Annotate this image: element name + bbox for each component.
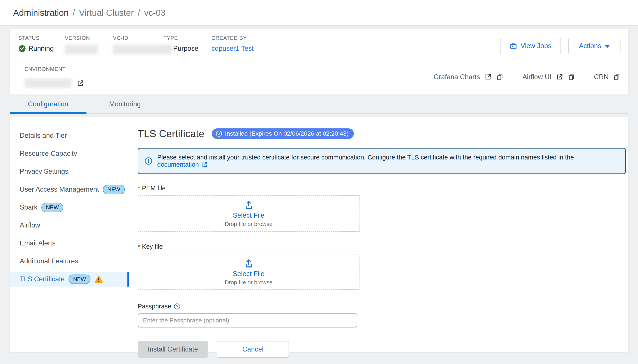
summary-card: STATUS Running VERSION VC-ID TYPE All-Pu… (10, 29, 628, 94)
sidebar-item-label: User Access Management (20, 186, 99, 194)
warning-icon (94, 275, 103, 283)
environment-external-link-icon[interactable] (76, 80, 84, 87)
pem-select-file-link[interactable]: Select File (233, 212, 264, 220)
key-drop-hint: Drop file or browse (225, 279, 272, 286)
sidebar-item-resource-capacity[interactable]: Resource Capacity (10, 146, 129, 161)
installed-badge-text: Installed (Expires On 02/06/2026 at 02:2… (225, 130, 349, 137)
environment-label: ENVIRONMENT (25, 66, 84, 72)
actions-label: Actions (579, 42, 601, 50)
install-certificate-button[interactable]: Install Certificate (138, 341, 208, 358)
documentation-link[interactable]: documentation (157, 161, 208, 168)
upload-icon (243, 200, 254, 210)
environment-value-redacted (25, 79, 72, 88)
passphrase-input[interactable] (138, 314, 357, 328)
breadcrumb: Administration / Virtual Cluster / vc-03 (13, 8, 166, 18)
settings-sidebar: Details and Tier Resource Capacity Priva… (10, 117, 129, 352)
airflow-copy-icon[interactable] (568, 73, 575, 81)
key-file-label: * Key file (138, 243, 628, 250)
info-banner-text: Please select and install your trusted c… (157, 154, 574, 161)
documentation-external-link-icon (201, 162, 208, 168)
pem-file-label: * PEM file (138, 184, 628, 192)
info-banner: Please select and install your trusted c… (138, 148, 626, 174)
info-icon (145, 157, 152, 165)
documentation-link-label: documentation (157, 161, 199, 168)
sidebar-item-details-and-tier[interactable]: Details and Tier (10, 128, 129, 143)
vc-id-value-redacted (113, 44, 172, 54)
sidebar-item-airflow[interactable]: Airflow (10, 218, 129, 233)
tab-bar: Configuration Monitoring (10, 94, 628, 114)
jobs-briefcase-icon (510, 42, 517, 50)
sidebar-item-label: TLS Certificate (20, 275, 65, 283)
actions-button[interactable]: Actions (568, 38, 620, 54)
breadcrumb-separator: / (138, 8, 140, 18)
grafana-external-link-icon[interactable] (484, 73, 492, 81)
sidebar-item-label: Airflow (20, 222, 40, 229)
created-by-label: CREATED BY (211, 35, 253, 41)
sidebar-item-tls-certificate[interactable]: TLS Certificate NEW (10, 272, 129, 286)
crn-copy-icon[interactable] (613, 73, 620, 81)
sidebar-item-user-access-management[interactable]: User Access Management NEW (10, 182, 129, 197)
tab-configuration[interactable]: Configuration (10, 94, 87, 114)
view-jobs-label: View Jobs (521, 42, 551, 50)
grafana-charts-link: Grafana Charts (434, 73, 504, 81)
tls-certificate-section: TLS Certificate Installed (Expires On 02… (129, 117, 628, 352)
airflow-ui-link: Airflow UI (522, 73, 575, 81)
status-value: Running (19, 44, 65, 52)
breadcrumb-administration[interactable]: Administration (13, 8, 69, 18)
version-label: VERSION (65, 35, 113, 41)
tab-monitoring[interactable]: Monitoring (87, 94, 163, 114)
grafana-charts-label[interactable]: Grafana Charts (434, 73, 480, 81)
breadcrumb-separator: / (73, 8, 75, 18)
sidebar-item-privacy-settings[interactable]: Privacy Settings (10, 164, 129, 179)
environment-row: ENVIRONMENT Grafana Charts Airflow UI (10, 60, 628, 94)
status-text: Running (29, 44, 54, 52)
installed-status-badge: Installed (Expires On 02/06/2026 at 02:2… (212, 128, 354, 139)
sidebar-item-label: Email Alerts (20, 239, 56, 247)
airflow-external-link-icon[interactable] (556, 73, 563, 81)
configuration-panel: Details and Tier Resource Capacity Priva… (10, 117, 628, 352)
type-label: TYPE (163, 35, 211, 41)
breadcrumb-current-vc: vc-03 (144, 8, 166, 18)
page-header: Administration / Virtual Cluster / vc-03 (0, 0, 638, 26)
section-title: TLS Certificate (138, 128, 204, 140)
summary-status-row: STATUS Running VERSION VC-ID TYPE All-Pu… (10, 29, 628, 60)
sidebar-item-label: Spark (20, 204, 38, 211)
airflow-ui-label[interactable]: Airflow UI (522, 73, 551, 81)
sidebar-item-additional-features[interactable]: Additional Features (10, 254, 129, 268)
view-jobs-button[interactable]: View Jobs (500, 38, 561, 54)
sidebar-item-email-alerts[interactable]: Email Alerts (10, 236, 129, 251)
sidebar-item-spark[interactable]: Spark NEW (10, 200, 129, 215)
vc-id-label: VC-ID (113, 35, 163, 41)
key-select-file-link[interactable]: Select File (233, 270, 264, 278)
key-file-dropzone[interactable]: Select File Drop file or browse (138, 254, 360, 290)
pem-file-dropzone[interactable]: Select File Drop file or browse (138, 195, 360, 232)
sidebar-item-label: Privacy Settings (20, 168, 68, 176)
sidebar-item-label: Resource Capacity (20, 150, 77, 158)
new-badge: NEW (69, 274, 90, 284)
check-circle-icon (216, 130, 222, 137)
created-by-user-link[interactable]: cdpuser1 Test (211, 44, 253, 52)
crn-label: CRN (594, 73, 609, 81)
upload-icon (243, 258, 254, 268)
grafana-copy-icon[interactable] (496, 73, 504, 81)
help-icon[interactable] (174, 303, 180, 310)
breadcrumb-virtual-cluster[interactable]: Virtual Cluster (79, 8, 134, 18)
new-badge: NEW (41, 203, 63, 212)
chevron-down-icon (605, 45, 610, 48)
sidebar-item-label: Additional Features (20, 257, 78, 265)
crn-link: CRN (594, 73, 620, 81)
new-badge: NEW (103, 185, 125, 194)
status-label: STATUS (19, 35, 65, 41)
pem-drop-hint: Drop file or browse (225, 221, 272, 228)
sidebar-item-label: Details and Tier (20, 132, 67, 140)
version-value-redacted (65, 44, 98, 54)
status-running-icon (19, 45, 26, 52)
cancel-button[interactable]: Cancel (217, 341, 289, 358)
passphrase-label: Passphrase (138, 303, 171, 310)
